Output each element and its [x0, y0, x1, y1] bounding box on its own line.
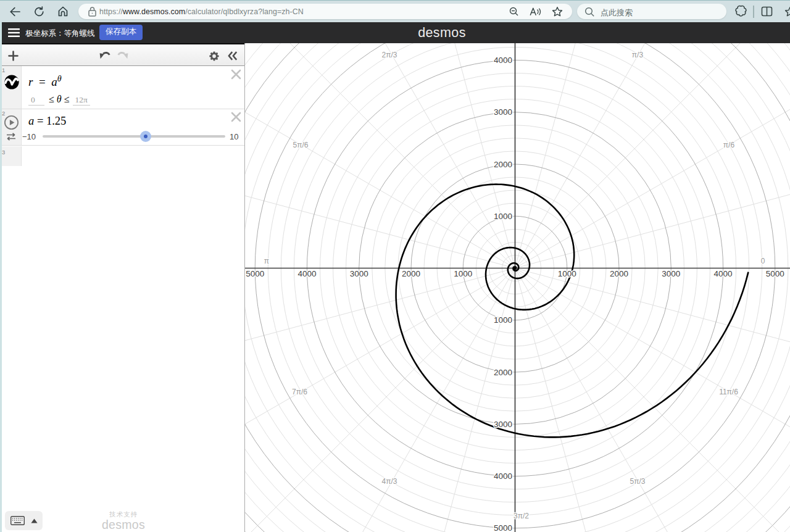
svg-text:5000: 5000 [246, 269, 264, 278]
svg-text:2π/3: 2π/3 [382, 51, 397, 59]
svg-text:4000: 4000 [494, 56, 512, 65]
svg-text:5000: 5000 [766, 269, 784, 278]
svg-text:2000: 2000 [494, 368, 512, 377]
svg-text:2000: 2000 [494, 160, 512, 169]
svg-text:1000: 1000 [494, 212, 512, 221]
svg-text:3π/2: 3π/2 [514, 512, 529, 520]
svg-text:1000: 1000 [454, 269, 472, 278]
svg-text:5π/3: 5π/3 [630, 477, 646, 486]
svg-text:2000: 2000 [610, 269, 628, 278]
svg-text:7π/6: 7π/6 [292, 388, 307, 396]
svg-text:3000: 3000 [494, 420, 512, 429]
svg-text:0: 0 [761, 257, 765, 265]
svg-text:4000: 4000 [714, 269, 733, 278]
svg-text:3000: 3000 [662, 269, 680, 278]
svg-text:1000: 1000 [494, 315, 512, 325]
svg-text:π/6: π/6 [723, 141, 735, 149]
svg-text:11π/6: 11π/6 [719, 388, 738, 396]
svg-text:1000: 1000 [558, 269, 576, 278]
svg-text:π/3: π/3 [632, 51, 644, 59]
svg-text:3000: 3000 [350, 269, 368, 278]
svg-text:5000: 5000 [494, 523, 512, 532]
svg-text:4π/3: 4π/3 [382, 477, 397, 486]
svg-text:4000: 4000 [494, 472, 512, 481]
svg-text:3000: 3000 [494, 107, 512, 117]
svg-text:4000: 4000 [297, 269, 316, 278]
svg-text:2000: 2000 [402, 269, 420, 278]
svg-text:5π/6: 5π/6 [293, 141, 309, 149]
svg-text:π: π [264, 257, 269, 265]
